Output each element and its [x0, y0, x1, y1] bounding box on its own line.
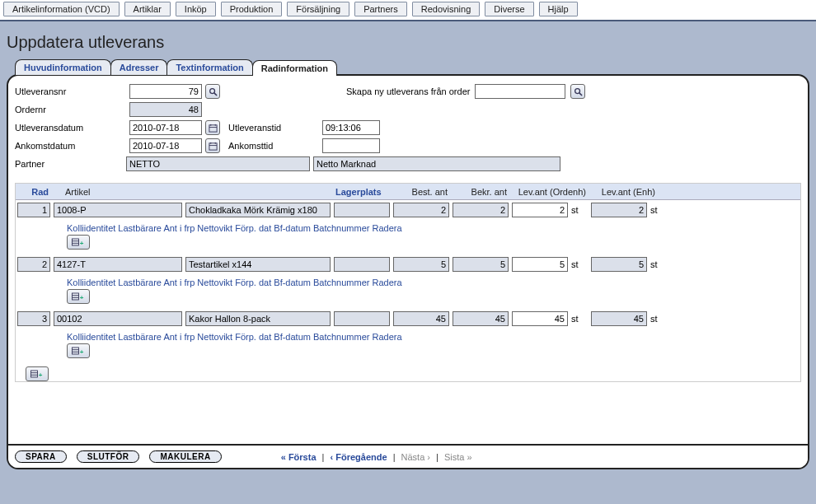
svg-rect-4 [209, 124, 216, 131]
lev-enh-field [591, 203, 647, 217]
create-from-order: Skapa ny utleverans från order [346, 84, 585, 99]
menu-produktion[interactable]: Produktion [221, 2, 283, 16]
lev-ordenh-input[interactable] [512, 311, 568, 326]
partner-code-field [126, 156, 310, 171]
ankdatum-label: Ankomstdatum [15, 141, 126, 151]
best-field [393, 203, 449, 217]
table-row: stst [16, 309, 800, 329]
best-field [393, 311, 449, 326]
pager-prev[interactable]: ‹ Föregående [330, 452, 387, 462]
tab-huvudinformation[interactable]: Huvudinformation [15, 59, 111, 75]
artikel-field [54, 203, 182, 217]
lev-ordenh-input[interactable] [512, 257, 568, 272]
lagerplats-field [334, 311, 390, 326]
spara-button[interactable]: SPARA [15, 450, 67, 463]
create-label: Skapa ny utleverans från order [346, 86, 470, 96]
menu-diverse[interactable]: Diverse [485, 2, 533, 16]
page-title: Uppdatera utleverans [0, 21, 816, 58]
menu-hjalp[interactable]: Hjälp [539, 2, 578, 16]
slutfor-button[interactable]: SLUTFÖR [77, 450, 140, 463]
svg-rect-16 [72, 293, 78, 300]
pager-first[interactable]: « Första [281, 452, 317, 462]
kolli-add-row: + [16, 235, 800, 254]
add-row-icon: + [72, 347, 85, 355]
utleveransnr-search-button[interactable] [205, 84, 220, 99]
col-best: Best. ant [392, 187, 451, 197]
ankdatum-input[interactable] [129, 138, 202, 153]
anktid-input[interactable] [322, 138, 380, 153]
add-kolli-button[interactable]: + [67, 289, 90, 304]
lagerplats-field [334, 257, 390, 272]
add-row-icon: + [72, 238, 85, 246]
best-field [393, 257, 449, 272]
svg-point-0 [575, 88, 580, 93]
add-kolli-button[interactable]: + [67, 235, 90, 250]
utlevtid-label: Utleveranstid [228, 123, 319, 133]
utlevdatum-calendar-button[interactable] [205, 120, 220, 135]
create-order-input[interactable] [475, 84, 565, 99]
utleveransnr-input[interactable] [129, 84, 202, 99]
col-lev-ordenh: Lev.ant (Ordenh) [510, 187, 589, 197]
lev-enh-field [591, 257, 647, 272]
artikel-desc-field [185, 203, 331, 217]
tab-textinformation[interactable]: Textinformation [166, 59, 252, 75]
menu-artikelinformation[interactable]: Artikelinformation (VCD) [3, 2, 120, 16]
ordernr-field [129, 102, 202, 117]
lev-ordenh-input[interactable] [512, 203, 568, 217]
add-kolli-button[interactable]: + [67, 343, 90, 358]
svg-rect-24 [30, 371, 37, 377]
artikel-field [54, 311, 182, 326]
col-rad[interactable]: Rad [16, 187, 52, 197]
menu-inkop[interactable]: Inköp [176, 2, 216, 16]
partner-name-field [313, 156, 560, 171]
table-row: stst [16, 200, 800, 220]
pager-next[interactable]: Nästa › [401, 452, 430, 462]
unit-label: st [649, 205, 668, 215]
col-lagerplats[interactable]: Lagerplats [332, 187, 392, 197]
svg-line-3 [213, 92, 216, 95]
add-row-icon: + [30, 370, 44, 378]
svg-text:+: + [80, 240, 84, 246]
col-artikel: Artikel [52, 187, 184, 197]
lev-enh-field [591, 311, 647, 326]
lines-table: Rad Artikel Lagerplats Best. ant Bekr. a… [15, 183, 801, 382]
kolli-subheader: Kolliidentitet Lastbärare Ant i frp Nett… [16, 220, 800, 235]
menu-redovisning[interactable]: Redovisning [412, 2, 481, 16]
partner-row: Partner [15, 156, 801, 171]
utlevtid-input[interactable] [322, 120, 380, 135]
ankdatum-calendar-button[interactable] [205, 138, 220, 153]
col-lev-enh: Lev.ant (Enh) [589, 187, 659, 197]
pager-last[interactable]: Sista » [444, 452, 472, 462]
ordernr-label: Ordernr [15, 105, 126, 114]
tabs: Huvudinformation Adresser Textinformatio… [0, 58, 816, 74]
unit-label: st [649, 314, 668, 324]
bottom-bar: SPARA SLUTFÖR MAKULERA « Första | ‹ Före… [8, 444, 808, 468]
kolli-subheader: Kolliidentitet Lastbärare Ant i frp Nett… [16, 329, 800, 343]
utlevdatum-input[interactable] [129, 120, 202, 135]
menu-forsaljning[interactable]: Försäljning [287, 2, 349, 16]
kolli-add-row: + [16, 343, 800, 363]
unit-label: st [570, 205, 589, 215]
tab-radinformation[interactable]: Radinformation [252, 60, 337, 76]
tab-adresser[interactable]: Adresser [110, 59, 168, 75]
partner-label: Partner [15, 159, 123, 169]
makulera-button[interactable]: MAKULERA [149, 450, 221, 463]
create-order-search-button[interactable] [570, 84, 585, 99]
artikel-field [54, 257, 182, 272]
kolli-add-row: + [16, 289, 800, 309]
main-panel: Skapa ny utleverans från order Utleveran… [7, 74, 809, 469]
artikel-desc-field [185, 257, 331, 272]
anktid-label: Ankomsttid [228, 141, 319, 151]
col-bekr: Bekr. ant [451, 187, 510, 197]
svg-rect-12 [72, 239, 78, 245]
svg-text:+: + [39, 371, 43, 378]
add-row-button[interactable]: + [26, 366, 49, 381]
menu-partners[interactable]: Partners [354, 2, 407, 16]
lagerplats-field [334, 203, 390, 217]
menu-artiklar[interactable]: Artiklar [124, 2, 171, 16]
svg-rect-8 [209, 142, 216, 149]
svg-rect-20 [72, 348, 78, 354]
unit-label: st [570, 259, 589, 269]
table-header: Rad Artikel Lagerplats Best. ant Bekr. a… [16, 184, 800, 200]
calendar-icon [209, 124, 218, 133]
